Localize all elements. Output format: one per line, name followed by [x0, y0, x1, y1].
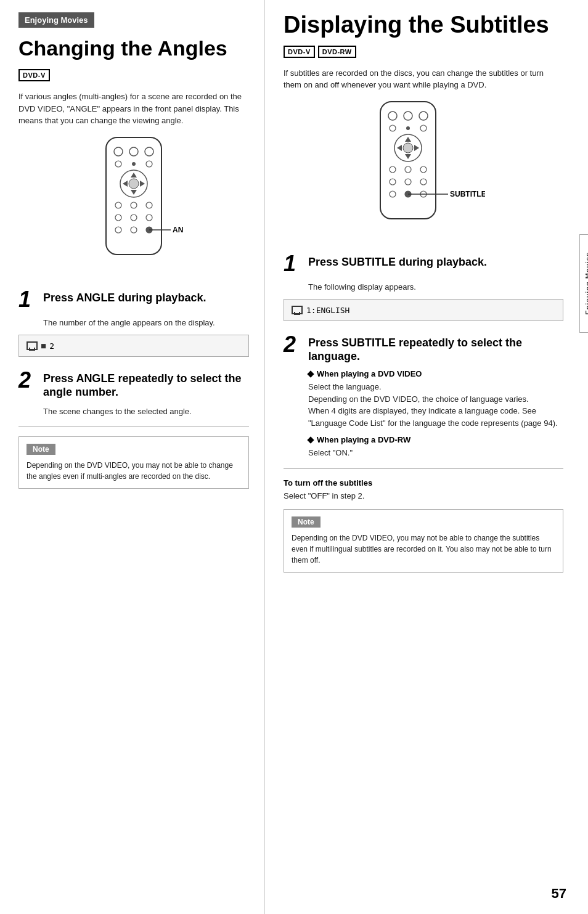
right-note-text: Depending on the DVD VIDEO, you may not … [292, 532, 555, 566]
svg-point-8 [129, 179, 139, 189]
turn-off-text: Select "OFF" in step 2. [284, 490, 563, 502]
right-sub-dvdrw-header: When playing a DVD-RW [308, 435, 563, 444]
right-sub-dvdvideo-text: Select the language. Depending on the DV… [308, 381, 563, 429]
left-note-header: Note [27, 444, 55, 455]
svg-marker-35 [397, 145, 402, 151]
left-note-text: Depending on the DVD VIDEO, you may not … [27, 460, 241, 482]
right-note-box: Note Depending on the DVD VIDEO, you may… [284, 509, 563, 573]
svg-point-15 [146, 202, 152, 208]
right-step2-number: 2 [284, 333, 301, 356]
svg-point-27 [419, 112, 428, 120]
right-step2-container: 2 Press SUBTITLE repeatedly to select th… [284, 333, 563, 363]
enjoying-movies-side-tab: Enjoying Movies [579, 234, 588, 333]
svg-point-14 [131, 202, 137, 208]
left-step1-number: 1 [18, 288, 36, 311]
right-badge-dvdv: DVD-V [284, 46, 315, 58]
svg-point-29 [406, 126, 410, 130]
svg-marker-34 [405, 154, 411, 159]
left-column: Enjoying Movies Changing the Angles DVD-… [0, 0, 265, 914]
svg-marker-36 [414, 145, 419, 151]
left-main-title: Changing the Angles [18, 37, 249, 60]
svg-point-19 [115, 227, 121, 233]
svg-point-4 [115, 161, 121, 167]
left-display-box: ■ 2 [18, 335, 249, 357]
svg-point-41 [405, 179, 411, 185]
right-sub-dvdrw-text: Select "ON." [308, 447, 563, 459]
left-note-box: Note Depending on the DVD VIDEO, you may… [18, 436, 249, 489]
left-step1-container: 1 Press ANGLE during playback. [18, 288, 249, 311]
left-intro-text: If various angles (multi-angles) for a s… [18, 91, 249, 127]
right-display-value: 1:ENGLISH [306, 306, 349, 315]
left-display-icon [27, 341, 38, 350]
svg-point-30 [420, 125, 427, 131]
svg-point-5 [132, 162, 136, 166]
svg-point-28 [390, 125, 396, 131]
left-remote-annotation: ANGLE [84, 134, 183, 276]
left-display-icon2: ■ [41, 341, 46, 350]
svg-point-42 [420, 179, 427, 185]
right-divider [284, 468, 563, 469]
svg-point-20 [131, 227, 137, 233]
svg-marker-9 [131, 173, 137, 177]
left-step1-title: Press ANGLE during playback. [43, 288, 206, 305]
right-display-box: 1:ENGLISH [284, 299, 563, 321]
svg-point-43 [390, 191, 396, 197]
svg-marker-11 [123, 181, 128, 187]
right-remote-container: SUBTITLE [284, 99, 563, 240]
diamond-bullet-2 [307, 436, 314, 443]
left-divider [18, 426, 249, 427]
svg-point-16 [115, 214, 121, 221]
right-step1-title: Press SUBTITLE during playback. [308, 253, 487, 269]
svg-marker-12 [140, 181, 145, 187]
right-note-header: Note [292, 516, 321, 528]
svg-rect-0 [106, 137, 161, 255]
svg-text:SUBTITLE: SUBTITLE [450, 190, 485, 198]
svg-point-40 [390, 179, 396, 185]
svg-text:ANGLE: ANGLE [173, 226, 183, 234]
right-badge-row: DVD-V DVD-RW [284, 46, 563, 58]
svg-point-6 [146, 161, 152, 167]
side-tab-text: Enjoying Movies [584, 252, 588, 315]
svg-point-13 [115, 202, 121, 208]
svg-point-39 [420, 166, 427, 173]
svg-rect-24 [380, 102, 436, 219]
svg-point-3 [145, 147, 153, 156]
svg-point-26 [404, 112, 412, 120]
svg-point-17 [131, 214, 137, 221]
right-step1-body: The following display appears. [308, 281, 563, 293]
left-step2-number: 2 [18, 369, 36, 391]
svg-point-37 [390, 166, 396, 173]
right-sub-dvdrw-label: When playing a DVD-RW [317, 435, 410, 444]
diamond-bullet-1 [307, 370, 314, 377]
right-step1-number: 1 [284, 253, 301, 275]
right-sub-dvdvideo-label: When playing a DVD VIDEO [317, 369, 422, 378]
left-step2-container: 2 Press ANGLE repeatedly to select the a… [18, 369, 249, 399]
left-step2-title: Press ANGLE repeatedly to select the ang… [43, 369, 249, 399]
svg-marker-10 [131, 190, 137, 195]
left-badge-row: DVD-V [18, 69, 249, 81]
turn-off-heading: To turn off the subtitles [284, 478, 563, 488]
svg-point-1 [114, 147, 123, 156]
left-step2-body: The scene changes to the selected angle. [43, 406, 249, 418]
page-number: 57 [552, 886, 566, 902]
right-step1-container: 1 Press SUBTITLE during playback. [284, 253, 563, 275]
right-intro-text: If subtitles are recorded on the discs, … [284, 67, 563, 91]
left-remote-svg: ANGLE [84, 134, 183, 276]
right-sub-dvdvideo-header: When playing a DVD VIDEO [308, 369, 563, 378]
svg-point-38 [405, 166, 411, 173]
svg-marker-33 [405, 137, 411, 142]
left-remote-container: ANGLE [18, 134, 249, 276]
svg-point-25 [388, 112, 397, 120]
right-column: Displaying the Subtitles DVD-V DVD-RW If… [265, 0, 588, 914]
svg-point-2 [129, 147, 138, 156]
right-display-icon [292, 306, 303, 314]
right-step2-title: Press SUBTITLE repeatedly to select the … [308, 333, 563, 363]
left-display-value: 2 [49, 341, 54, 351]
svg-point-18 [146, 214, 152, 221]
right-badge-dvdrw: DVD-RW [318, 46, 356, 58]
right-main-title: Displaying the Subtitles [284, 12, 563, 38]
left-badge-dvdv: DVD-V [18, 69, 50, 81]
svg-point-32 [403, 143, 413, 153]
section-header-left: Enjoying Movies [18, 12, 94, 28]
right-remote-svg: SUBTITLE [362, 99, 485, 240]
